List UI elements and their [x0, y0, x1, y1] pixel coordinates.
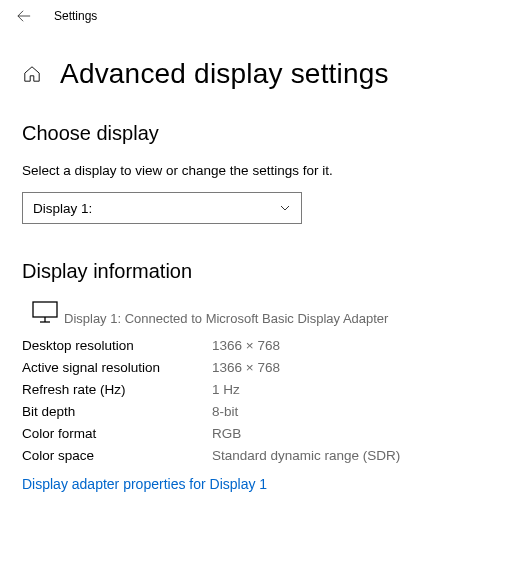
- table-label: Refresh rate (Hz): [22, 382, 212, 397]
- arrow-left-icon: [17, 9, 31, 23]
- choose-display-heading: Choose display: [22, 122, 488, 145]
- home-icon: [23, 65, 41, 83]
- table-label: Color format: [22, 426, 212, 441]
- table-value: 8-bit: [212, 404, 488, 419]
- display-adapter-properties-link[interactable]: Display adapter properties for Display 1: [22, 476, 267, 492]
- choose-display-subtitle: Select a display to view or change the s…: [22, 163, 488, 178]
- display-info-table: Desktop resolution 1366 × 768 Active sig…: [22, 338, 488, 463]
- page-header: Advanced display settings: [22, 58, 488, 90]
- back-button[interactable]: [8, 0, 40, 32]
- table-label: Color space: [22, 448, 212, 463]
- page-title: Advanced display settings: [60, 58, 389, 90]
- monitor-icon: [32, 301, 58, 323]
- window-title: Settings: [54, 9, 97, 23]
- table-value: 1366 × 768: [212, 360, 488, 375]
- home-button[interactable]: [22, 64, 42, 84]
- table-value: 1366 × 768: [212, 338, 488, 353]
- display-information-heading: Display information: [22, 260, 488, 283]
- chevron-down-icon: [279, 202, 291, 214]
- table-label: Desktop resolution: [22, 338, 212, 353]
- display-select-dropdown[interactable]: Display 1:: [22, 192, 302, 224]
- svg-rect-0: [33, 302, 57, 317]
- table-value: 1 Hz: [212, 382, 488, 397]
- connected-display-text: Display 1: Connected to Microsoft Basic …: [64, 311, 488, 326]
- titlebar: Settings: [0, 0, 510, 32]
- table-value: RGB: [212, 426, 488, 441]
- table-label: Active signal resolution: [22, 360, 212, 375]
- content-area: Advanced display settings Choose display…: [0, 32, 510, 493]
- table-label: Bit depth: [22, 404, 212, 419]
- display-select-value: Display 1:: [33, 201, 92, 216]
- table-value: Standard dynamic range (SDR): [212, 448, 488, 463]
